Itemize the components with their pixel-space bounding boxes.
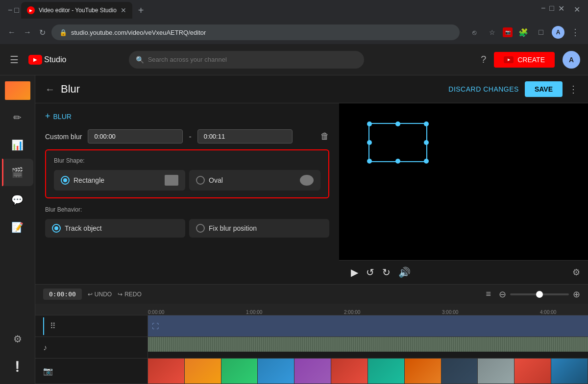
forward-button[interactable]: ↻ (378, 264, 394, 280)
discard-changes-button[interactable]: DISCARD CHANGES (448, 85, 519, 93)
preview-area (339, 103, 588, 260)
undo-icon: ↩ (88, 291, 93, 298)
track-video-content[interactable]: ⛶ (148, 315, 588, 336)
oval-option[interactable]: Oval (189, 170, 320, 191)
undo-button[interactable]: ↩ UNDO (88, 291, 112, 298)
forward-nav-icon[interactable]: → (22, 26, 33, 39)
maximize-icon[interactable]: □ (14, 6, 19, 15)
start-time-input[interactable] (88, 129, 183, 144)
thumb-11 (514, 359, 551, 384)
url-bar[interactable]: 🔒 studio.youtube.com/video/veVxeuAETRQ/e… (51, 24, 460, 40)
sidebar-bottom: ⚙ ❕ (2, 325, 33, 380)
timeline-tracks: ⠿ ⛶ ♪ (35, 315, 588, 384)
extension-icon[interactable]: 📷 (503, 27, 513, 37)
sidebar-video-thumb[interactable] (2, 79, 33, 104)
end-time-input[interactable] (197, 129, 293, 144)
ruler-mark-4: 4:00:00 (540, 310, 556, 315)
video-thumbnail (5, 81, 30, 100)
preview-settings-icon[interactable]: ⚙ (572, 267, 580, 278)
save-button[interactable]: SAVE (525, 81, 563, 97)
user-avatar[interactable]: A (563, 51, 580, 69)
browser-chrome: − □ ✕ − □ ✕ Video editor - YouTube Studi… (0, 0, 588, 44)
delete-blur-icon[interactable]: 🗑 (320, 131, 329, 142)
track-thumbnails-content[interactable] (148, 359, 588, 384)
play-button[interactable]: ▶ (347, 264, 362, 280)
oval-preview (300, 175, 314, 186)
timeline-menu-icon[interactable]: ≡ (486, 289, 491, 299)
handle-middle-right[interactable] (424, 140, 429, 145)
redo-icon: ↪ (118, 291, 122, 298)
extensions-icon[interactable]: 🧩 (516, 25, 530, 39)
track-object-option[interactable]: Track object (45, 219, 185, 238)
time-display: 0:00:00 (43, 288, 82, 300)
track-audio: ♪ (35, 337, 588, 359)
zoom-in-icon[interactable]: ⊕ (573, 289, 580, 300)
sidebar-item-settings[interactable]: ⚙ (2, 325, 33, 353)
hamburger-menu-icon[interactable]: ☰ (8, 52, 21, 68)
oval-radio[interactable] (196, 176, 205, 185)
sidebar-item-analytics[interactable]: 📊 (2, 131, 33, 159)
blur-item-header: Custom blur - 🗑 (45, 129, 329, 144)
redo-button[interactable]: ↪ REDO (118, 291, 142, 298)
search-input[interactable] (148, 56, 357, 63)
refresh-icon[interactable]: ↻ (37, 26, 48, 39)
zoom-out-icon[interactable]: ⊖ (499, 289, 506, 300)
rewind-button[interactable]: ↺ (362, 264, 378, 280)
add-blur-button[interactable]: + BLUR (45, 111, 329, 121)
zoom-slider[interactable] (510, 293, 569, 295)
tab-close-icon[interactable]: ✕ (121, 6, 126, 14)
close-icon[interactable]: ✕ (574, 5, 580, 14)
zoom-thumb[interactable] (536, 291, 543, 298)
handle-bottom-right[interactable] (424, 159, 429, 164)
menu-icon[interactable]: ⋮ (568, 25, 582, 39)
volume-button[interactable]: 🔊 (394, 264, 415, 280)
youtube-studio-logo: Studio (28, 55, 66, 65)
create-button[interactable]: CREATE (494, 52, 555, 68)
thumb-12 (551, 359, 588, 384)
handle-top-right[interactable] (424, 121, 429, 126)
back-nav-icon[interactable]: ← (6, 26, 18, 39)
win-close[interactable]: ✕ (558, 4, 564, 13)
blur-behavior-label: Blur Behavior: (45, 206, 329, 213)
rectangle-radio[interactable] (61, 176, 70, 185)
handle-top-left[interactable] (367, 121, 372, 126)
share-icon[interactable]: ⎋ (467, 25, 481, 39)
minimize-icon[interactable]: − (8, 6, 12, 15)
rectangle-label: Rectangle (74, 176, 161, 184)
help-icon[interactable]: ? (481, 54, 486, 65)
win-maximize[interactable]: □ (549, 4, 554, 13)
tab-bar: − □ ✕ − □ ✕ Video editor - YouTube Studi… (0, 0, 588, 21)
browser-tab[interactable]: Video editor - YouTube Studio ✕ (21, 2, 132, 19)
search-bar[interactable]: 🔍 (129, 51, 364, 69)
fix-position-option[interactable]: Fix blur position (189, 219, 329, 238)
bookmark-icon[interactable]: ☆ (485, 25, 499, 39)
new-tab-button[interactable]: + (134, 3, 148, 18)
handle-bottom-left[interactable] (367, 159, 372, 164)
rectangle-option[interactable]: Rectangle (54, 170, 185, 191)
editor-body: + BLUR Custom blur - 🗑 (35, 103, 588, 284)
profile-icon[interactable]: □ (534, 25, 548, 39)
handle-bottom-middle[interactable] (395, 159, 400, 164)
sidebar-item-help[interactable]: ❕ (2, 353, 33, 380)
more-options-icon[interactable]: ⋮ (568, 83, 578, 95)
handle-middle-left[interactable] (367, 140, 372, 145)
fix-position-radio[interactable] (196, 224, 205, 233)
track-object-radio[interactable] (52, 224, 61, 233)
track-audio-content[interactable] (148, 337, 588, 358)
video-clip-bar[interactable]: ⛶ (148, 315, 588, 336)
sidebar-item-videos[interactable]: 🎬 (2, 159, 33, 186)
undo-label: UNDO (95, 291, 112, 298)
sidebar-item-comments[interactable]: 💬 (2, 186, 33, 214)
sidebar: ✏ 📊 🎬 💬 📝 ⚙ ❕ (0, 75, 35, 384)
blur-selection-box[interactable] (368, 123, 427, 162)
browser-profile-avatar[interactable]: A (552, 26, 564, 39)
handle-top-middle[interactable] (395, 121, 400, 126)
video-reel-icon: 🎬 (11, 167, 24, 178)
thumb-5 (294, 359, 331, 384)
sidebar-item-editor[interactable]: ✏ (2, 104, 33, 131)
video-preview: ▶ ↺ ↻ 🔊 ⚙ (339, 103, 588, 284)
win-minimize[interactable]: − (541, 4, 545, 13)
ruler-mark-2: 2:00:00 (344, 310, 360, 315)
back-button[interactable]: ← (45, 84, 55, 95)
sidebar-item-subtitles[interactable]: 📝 (2, 214, 33, 241)
